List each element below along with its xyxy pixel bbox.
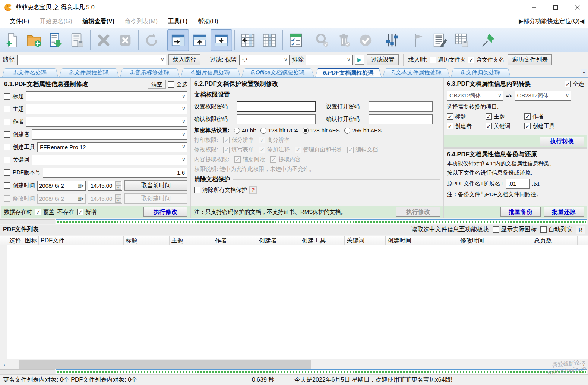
tab-overflow-dropdown[interactable]: ▼	[581, 69, 587, 76]
clear-all-protection-checkbox[interactable]: 清除所有文档保护	[194, 187, 247, 194]
column-title[interactable]: 标题	[124, 236, 170, 245]
search-icon[interactable]	[312, 29, 333, 51]
create-time-spinner[interactable]: 14:45:00▲▼	[88, 181, 122, 191]
apply-filter-play-button[interactable]: ▶	[355, 55, 364, 65]
creator-field-checkbox[interactable]	[4, 131, 10, 138]
clear-button[interactable]: 清空	[148, 80, 166, 89]
column-keywords[interactable]: 关键词	[345, 236, 386, 245]
batch-backup-button[interactable]: 批量备份	[500, 207, 541, 217]
convert-subject-checkbox[interactable]: 主题	[486, 113, 524, 120]
column-author[interactable]: 作者	[213, 236, 257, 245]
column-producer[interactable]: 创建工具	[300, 236, 345, 245]
trash-icon[interactable]	[333, 29, 355, 51]
select-all-63-checkbox[interactable]: 全选	[565, 81, 584, 88]
save-list-icon[interactable]	[66, 29, 88, 51]
convert-creator-checkbox[interactable]: 创建者	[447, 123, 486, 130]
column-pdf-file[interactable]: PDF文件	[39, 236, 124, 245]
tab-office-summary[interactable]: 5.Office文档摘要处理	[241, 68, 314, 77]
overwrite-checkbox[interactable]: 覆盖	[35, 209, 54, 216]
filter-settings-button[interactable]: 过滤设置	[367, 54, 399, 65]
convert-producer-checkbox[interactable]: 创建工具	[524, 123, 555, 130]
panel-up-layout-icon[interactable]	[189, 29, 211, 51]
edit-list-icon[interactable]	[429, 29, 451, 51]
column-creator[interactable]: 创建者	[257, 236, 300, 245]
execute-convert-button[interactable]: 执行转换	[540, 137, 584, 146]
delete-x-icon[interactable]	[93, 29, 114, 51]
panel-down-layout-icon[interactable]	[211, 29, 232, 51]
from-encoding-combo[interactable]: GB2312简体∨	[447, 91, 503, 101]
keep-filter-combo[interactable]: *.*∨	[239, 55, 290, 65]
title-field-checkbox[interactable]	[4, 93, 10, 100]
table-move-left-icon[interactable]	[237, 29, 259, 51]
table-save-icon[interactable]	[451, 29, 472, 51]
auto-column-width-checkbox[interactable]: 自动列宽	[540, 226, 572, 234]
batch-restore-button[interactable]: 批量还原	[544, 207, 584, 217]
menu-edit-view[interactable]: 编辑查看(V)	[78, 15, 120, 28]
tab-filename[interactable]: 1.文件名处理	[2, 68, 58, 77]
convert-title-checkbox[interactable]: 标题	[447, 113, 486, 120]
scrollbar-thumb[interactable]	[19, 360, 311, 369]
select-all-61-checkbox[interactable]: 全选	[168, 81, 187, 88]
table-columns-icon[interactable]	[259, 29, 280, 51]
creator-combo[interactable]: ∨	[32, 129, 187, 140]
refresh-columns-button[interactable]: R	[576, 226, 585, 234]
show-real-icons-checkbox[interactable]: 显示实际图标	[493, 226, 537, 234]
tab-text-attributes[interactable]: 7.文本文件属性处理	[383, 68, 450, 77]
radio-40bit[interactable]: 40-bit	[234, 127, 256, 134]
subject-combo[interactable]: ∨	[26, 104, 187, 114]
column-subject[interactable]: 主题	[170, 236, 213, 245]
tab-image-info[interactable]: 4.图片信息处理	[181, 68, 240, 77]
keywords-combo[interactable]: ∨	[32, 155, 187, 165]
minimize-button[interactable]	[523, 0, 545, 15]
create-date-picker[interactable]: 2008/ 6/ 2▦▾	[37, 181, 86, 191]
column-modify-time[interactable]: 修改时间	[458, 236, 532, 245]
include-folder-name-checkbox[interactable]: 含文件夹名	[468, 56, 504, 63]
add-new-checkbox[interactable]: 新增	[77, 209, 97, 216]
panel-right-layout-icon[interactable]	[167, 29, 189, 51]
confirm-open-pwd-input[interactable]	[369, 114, 433, 124]
get-current-time-button[interactable]: 取当前时间	[124, 180, 187, 191]
refresh-icon[interactable]	[141, 29, 162, 51]
sliders-icon[interactable]	[381, 29, 403, 51]
menu-file[interactable]: 文件(F)	[4, 15, 34, 28]
new-file-icon[interactable]	[1, 29, 23, 51]
add-folder-icon[interactable]	[23, 29, 45, 51]
exclude-filter-combo[interactable]: ∨	[306, 55, 353, 65]
tab-file-classify[interactable]: 8.文件归类处理	[451, 68, 510, 77]
producer-field-checkbox[interactable]	[4, 144, 10, 150]
author-field-checkbox[interactable]	[4, 119, 10, 125]
checklist-icon[interactable]	[285, 29, 307, 51]
maximize-button[interactable]	[545, 0, 566, 15]
check-circle-icon[interactable]	[355, 29, 376, 51]
to-encoding-combo[interactable]: GB2312简体∨	[515, 91, 571, 101]
column-select[interactable]: 选择	[7, 236, 23, 245]
tab-pdf-attributes[interactable]: 6.PDF文档属性处理	[315, 68, 382, 77]
author-combo[interactable]: ∨	[26, 117, 187, 127]
keywords-field-checkbox[interactable]	[4, 157, 10, 163]
menu-command-list[interactable]: 命令列表(M)	[120, 15, 163, 28]
scroll-left-arrow[interactable]: ‹	[0, 360, 9, 369]
file-table-body[interactable]	[0, 245, 588, 359]
set-perm-pwd-input[interactable]	[237, 101, 316, 112]
title-combo[interactable]: ∨	[26, 91, 187, 101]
flag-icon[interactable]	[408, 29, 429, 51]
traverse-file-list-button[interactable]: 遍历文件列表	[508, 54, 552, 65]
column-total-pages[interactable]: 总页数	[532, 236, 578, 245]
quick-locate-control[interactable]: ▶部分功能快速定位(Q)◀	[519, 18, 584, 25]
execute-modify-61-button[interactable]: 执行修改	[143, 207, 187, 217]
producer-combo[interactable]: FFRename Pro 12∨	[37, 142, 187, 152]
path-combo[interactable]: ∨	[17, 55, 166, 65]
spinner-arrows-icon[interactable]: ▲▼	[115, 181, 121, 190]
suffix-input[interactable]: .01	[506, 179, 530, 189]
confirm-perm-pwd-input[interactable]	[237, 114, 316, 124]
close-button[interactable]	[566, 0, 588, 15]
column-create-time[interactable]: 创建时间	[386, 236, 458, 245]
remove-box-icon[interactable]	[114, 29, 136, 51]
radio-128bit-aes[interactable]: 128-bit AES	[303, 127, 340, 134]
help-badge[interactable]: ?	[249, 186, 257, 194]
subject-field-checkbox[interactable]	[4, 106, 10, 112]
menu-tools[interactable]: 工具(T)	[163, 15, 193, 28]
column-icon[interactable]: 图标	[23, 236, 39, 245]
set-open-pwd-input[interactable]	[369, 101, 433, 112]
pdf-version-checkbox[interactable]	[4, 169, 10, 176]
